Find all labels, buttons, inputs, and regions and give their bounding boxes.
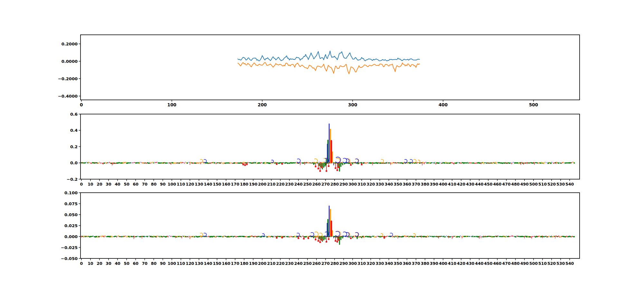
baseline-mark-green <box>567 162 568 163</box>
baseline-mark-red <box>527 162 528 163</box>
baseline-mark-blue <box>350 236 350 237</box>
baseline-mark-green <box>444 236 446 237</box>
baseline-mark-green <box>207 162 208 164</box>
baseline-mark-blue <box>510 236 511 237</box>
baseline-mark-orange <box>392 236 393 237</box>
x-tick-label: 0 <box>80 182 83 187</box>
baseline-mark-red <box>533 162 534 163</box>
x-tick-label: 80 <box>151 261 157 266</box>
x-tick-label: 180 <box>240 261 248 266</box>
baseline-mark-red <box>311 163 312 164</box>
x-tick-label: 180 <box>240 182 248 187</box>
baseline-mark-blue <box>170 236 170 236</box>
baseline-mark-green <box>574 236 575 237</box>
y-tick-label: 0.050 <box>64 212 78 217</box>
baseline-mark-orange <box>423 162 424 163</box>
baseline-mark-red <box>420 162 421 163</box>
baseline-mark-blue <box>467 162 468 163</box>
x-tick-label: 500 <box>529 261 538 266</box>
baseline-mark-orange <box>354 236 355 237</box>
baseline-mark-red <box>113 162 114 163</box>
x-tick-label: 90 <box>160 261 166 266</box>
baseline-mark-orange <box>256 163 257 164</box>
baseline-mark-green <box>550 236 552 237</box>
baseline-mark-orange <box>307 236 308 237</box>
attribution-bar <box>329 123 330 163</box>
baseline-mark-green <box>148 163 150 164</box>
baseline-mark-red <box>186 237 187 237</box>
baseline-mark-blue <box>547 162 547 163</box>
baseline-mark-red <box>509 236 510 237</box>
baseline-mark-orange <box>246 236 247 237</box>
baseline-mark-blue <box>129 162 130 163</box>
baseline-mark-red <box>102 163 103 164</box>
baseline-mark-red <box>169 162 170 163</box>
x-tick-label: 380 <box>421 261 429 266</box>
loop-curl <box>314 159 317 163</box>
x-tick-label: 490 <box>520 261 529 266</box>
red-stem-marker <box>281 237 283 238</box>
baseline-mark-blue <box>137 236 138 237</box>
x-tick-label: 140 <box>204 261 212 266</box>
baseline-mark-orange <box>175 162 176 163</box>
baseline-mark-red <box>110 163 111 164</box>
baseline-mark-red <box>304 162 305 163</box>
baseline-mark-orange <box>186 162 187 163</box>
baseline-mark-red <box>534 162 535 163</box>
x-tick-label: 70 <box>142 261 148 266</box>
baseline-mark-blue <box>87 162 87 162</box>
baseline-mark-orange <box>223 163 224 164</box>
baseline-mark-red <box>301 237 302 237</box>
x-tick-label: 130 <box>195 182 203 187</box>
baseline-mark-orange <box>118 236 119 237</box>
baseline-mark-blue <box>471 236 471 237</box>
baseline-mark-blue <box>388 236 388 237</box>
baseline-mark-red <box>151 237 152 237</box>
baseline-mark-orange <box>84 236 85 237</box>
baseline-mark-green <box>317 162 318 163</box>
baseline-mark-green <box>377 162 378 163</box>
x-tick-label: 450 <box>484 182 492 187</box>
x-tick-label: 380 <box>421 182 429 187</box>
x-tick-label: 20 <box>97 182 102 187</box>
baseline-mark-red <box>387 236 388 237</box>
x-tick-label: 480 <box>511 261 520 266</box>
baseline-mark-green <box>550 163 552 164</box>
loop-curl <box>310 232 314 236</box>
baseline-mark-red <box>495 236 496 237</box>
red-stem-marker <box>315 239 317 240</box>
baseline-mark-orange <box>104 236 105 237</box>
baseline-mark-orange <box>560 236 561 237</box>
baseline-mark-red <box>572 236 573 237</box>
baseline-mark-red <box>440 236 441 237</box>
middle-chart: 0102030405060708090100110120130140150160… <box>67 112 580 187</box>
baseline-mark-red <box>188 237 189 237</box>
baseline-mark-orange <box>87 236 88 237</box>
attribution-bar <box>323 163 324 168</box>
baseline-mark-red <box>534 236 535 237</box>
x-tick-label: 40 <box>115 261 120 266</box>
baseline-mark-red <box>100 163 101 164</box>
baseline-mark-red <box>184 163 185 164</box>
baseline-mark-red <box>168 237 169 237</box>
baseline-mark-red <box>274 237 275 237</box>
baseline-mark-red <box>300 162 301 163</box>
baseline-mark-red <box>291 236 292 237</box>
baseline-mark-blue <box>301 162 301 163</box>
baseline-mark-red <box>240 162 241 163</box>
baseline-mark-blue <box>154 162 155 163</box>
red-stem-marker <box>321 167 323 168</box>
baseline-mark-orange <box>556 162 557 163</box>
baseline-mark-orange <box>462 236 463 237</box>
baseline-mark-red <box>133 162 134 163</box>
baseline-mark-orange <box>492 162 493 163</box>
baseline-mark-blue <box>433 162 433 163</box>
baseline-mark-red <box>109 162 110 163</box>
baseline-mark-red <box>303 163 304 164</box>
x-tick-label: 470 <box>502 182 511 187</box>
loop-curl <box>335 231 340 237</box>
baseline-mark-blue <box>232 236 233 237</box>
baseline-mark-blue <box>440 162 440 163</box>
x-tick-label: 330 <box>375 261 384 266</box>
baseline-mark-green <box>509 163 511 164</box>
